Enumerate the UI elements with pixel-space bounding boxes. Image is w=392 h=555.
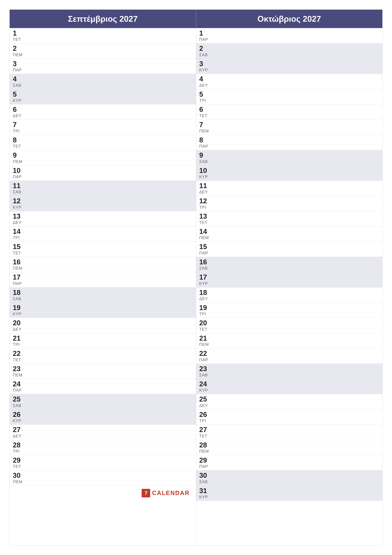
- oct-day-row: 12 ΤΡΙ: [196, 196, 383, 211]
- footer-label: CALENDAR: [152, 490, 190, 497]
- day-name: ΠΑΡ: [199, 251, 212, 256]
- day-name: ΤΡΙ: [13, 129, 25, 133]
- day-number: 26: [199, 411, 212, 418]
- day-spacer: [215, 59, 383, 74]
- day-content: 30 ΠΕΜ: [10, 470, 29, 485]
- day-content: 3 ΚΥΡ: [196, 59, 215, 74]
- day-content: 14 ΠΕΜ: [196, 226, 215, 241]
- day-spacer: [215, 241, 383, 257]
- sep-day-row: 24 ΠΑΡ: [10, 379, 196, 394]
- day-number: 6: [13, 106, 25, 113]
- day-content: 24 ΚΥΡ: [196, 379, 215, 394]
- day-name: ΤΡΙ: [13, 342, 25, 347]
- sep-day-row: 3 ΠΑΡ: [10, 59, 196, 74]
- day-name: ΚΥΡ: [13, 418, 25, 423]
- oct-day-row: 8 ΠΑΡ: [196, 135, 383, 150]
- day-number: 7: [13, 121, 25, 128]
- day-name: ΠΑΡ: [199, 37, 212, 42]
- sep-day-row: 22 ΤΕΤ: [10, 348, 196, 364]
- sep-day-row: 18 ΣΑΒ: [10, 287, 196, 303]
- day-number: 3: [199, 60, 212, 67]
- day-number: 27: [199, 426, 212, 433]
- day-content: 10 ΚΥΡ: [196, 166, 215, 181]
- oct-day-row: 14 ΠΕΜ: [196, 226, 383, 241]
- day-spacer: [29, 440, 196, 455]
- day-number: 20: [199, 319, 212, 327]
- day-content: 2 ΣΑΒ: [196, 43, 215, 58]
- oct-day-row: 22 ΠΑΡ: [196, 348, 383, 364]
- day-spacer: [215, 440, 383, 455]
- day-spacer: [29, 166, 196, 181]
- day-name: ΣΑΒ: [199, 372, 212, 378]
- oct-day-row: 13 ΤΕΤ: [196, 211, 383, 226]
- day-spacer: [215, 409, 383, 424]
- day-content: 4 ΔΕΥ: [196, 74, 215, 89]
- day-content: 25 ΣΑΒ: [10, 394, 29, 409]
- day-name: ΠΕΜ: [199, 449, 212, 454]
- day-number: 10: [199, 167, 212, 174]
- day-spacer: [29, 287, 196, 302]
- day-content: 25 ΔΕΥ: [196, 394, 215, 409]
- day-number: 10: [13, 167, 25, 174]
- day-spacer: [215, 272, 383, 287]
- day-number: 30: [13, 472, 25, 479]
- day-content: 12 ΤΡΙ: [196, 196, 215, 211]
- day-spacer: [29, 241, 196, 257]
- sep-day-row: 14 ΤΡΙ: [10, 226, 196, 241]
- day-name: ΤΕΤ: [199, 220, 212, 225]
- day-number: 17: [199, 273, 212, 281]
- day-spacer: [215, 425, 383, 440]
- calendar-icon: [142, 489, 150, 497]
- day-content: 20 ΤΕΤ: [196, 318, 215, 333]
- day-spacer: [215, 89, 383, 104]
- sep-day-row: 8 ΤΕΤ: [10, 135, 196, 150]
- day-spacer: [29, 394, 196, 409]
- sep-day-row: 21 ΤΡΙ: [10, 333, 196, 348]
- day-spacer: [29, 196, 196, 211]
- day-name: ΠΑΡ: [199, 358, 212, 362]
- day-spacer: [29, 348, 196, 363]
- sep-day-row: 29 ΤΕΤ: [10, 455, 196, 470]
- day-name: ΠΑΡ: [13, 388, 25, 393]
- oct-day-row: 28 ΠΕΜ: [196, 440, 383, 455]
- day-content: 19 ΚΥΡ: [10, 303, 29, 318]
- day-number: 19: [199, 304, 212, 312]
- day-content: 6 ΔΕΥ: [10, 104, 29, 119]
- sep-day-row: 19 ΚΥΡ: [10, 303, 196, 318]
- day-number: 18: [199, 289, 212, 296]
- day-number: 29: [199, 456, 212, 464]
- oct-day-row: 2 ΣΑΒ: [196, 43, 383, 58]
- day-number: 27: [13, 426, 25, 433]
- oct-day-row: 7 ΠΕΜ: [196, 120, 383, 135]
- sep-day-row: 25 ΣΑΒ: [10, 394, 196, 409]
- oct-day-row: 17 ΚΥΡ: [196, 272, 383, 287]
- day-number: 7: [199, 121, 212, 128]
- day-content: 9 ΠΕΜ: [10, 150, 29, 165]
- sep-day-row: 9 ΠΕΜ: [10, 150, 196, 165]
- day-spacer: [215, 28, 383, 43]
- october-column: Οκτώβριος 2027 1 ΠΑΡ 2 ΣΑΒ 3 ΚΥΡ 4 ΔΕΥ 5…: [196, 10, 383, 545]
- day-number: 17: [13, 273, 25, 281]
- sep-day-row: 23 ΠΕΜ: [10, 364, 196, 379]
- day-number: 15: [13, 243, 25, 250]
- day-number: 22: [13, 350, 25, 357]
- day-number: 9: [199, 151, 212, 159]
- day-number: 25: [13, 395, 25, 403]
- day-content: 16 ΠΕΜ: [10, 257, 29, 272]
- day-number: 5: [13, 90, 25, 98]
- day-content: 29 ΤΕΤ: [10, 455, 29, 470]
- day-spacer: [29, 318, 196, 333]
- day-name: ΔΕΥ: [13, 220, 25, 225]
- sep-day-row: 7 ΤΡΙ: [10, 120, 196, 135]
- day-name: ΔΕΥ: [13, 327, 25, 332]
- day-content: 31 ΚΥΡ: [196, 486, 215, 501]
- day-content: 17 ΠΑΡ: [10, 272, 29, 287]
- day-number: 21: [199, 335, 212, 342]
- day-content: 10 ΠΑΡ: [10, 166, 29, 181]
- day-spacer: [215, 303, 383, 318]
- day-number: 25: [199, 395, 212, 403]
- page: Σεπτέμβριος 2027 1 ΤΕΤ 2 ΠΕΜ 3 ΠΑΡ 4 ΣΑΒ…: [0, 0, 392, 555]
- day-name: ΤΡΙ: [13, 235, 25, 240]
- day-content: 5 ΤΡΙ: [196, 89, 215, 104]
- day-spacer: [29, 211, 196, 226]
